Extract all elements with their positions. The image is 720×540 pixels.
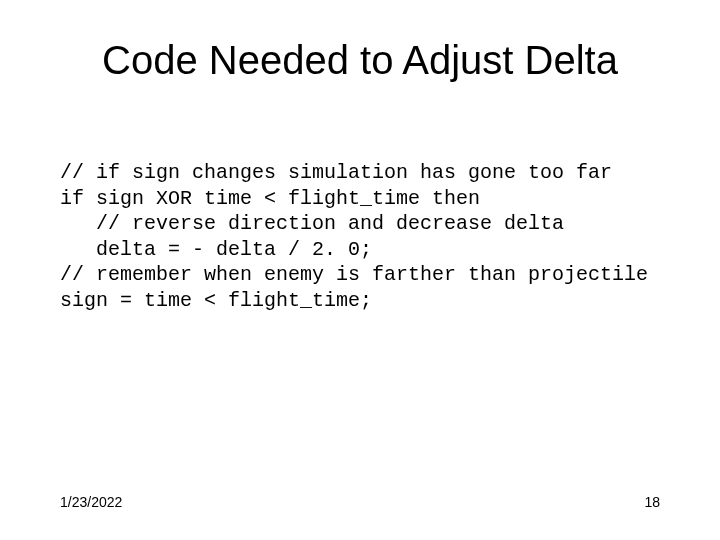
code-line: delta = - delta / 2. 0; bbox=[60, 238, 372, 261]
code-block: // if sign changes simulation has gone t… bbox=[60, 160, 680, 314]
slide-title: Code Needed to Adjust Delta bbox=[0, 38, 720, 83]
code-line: sign = time < flight_time; bbox=[60, 289, 372, 312]
footer-page-number: 18 bbox=[644, 494, 660, 510]
code-line: if sign XOR time < flight_time then bbox=[60, 187, 480, 210]
code-line: // reverse direction and decrease delta bbox=[60, 212, 564, 235]
code-line: // remember when enemy is farther than p… bbox=[60, 263, 648, 286]
footer-date: 1/23/2022 bbox=[60, 494, 122, 510]
code-line: // if sign changes simulation has gone t… bbox=[60, 161, 612, 184]
slide: Code Needed to Adjust Delta // if sign c… bbox=[0, 0, 720, 540]
